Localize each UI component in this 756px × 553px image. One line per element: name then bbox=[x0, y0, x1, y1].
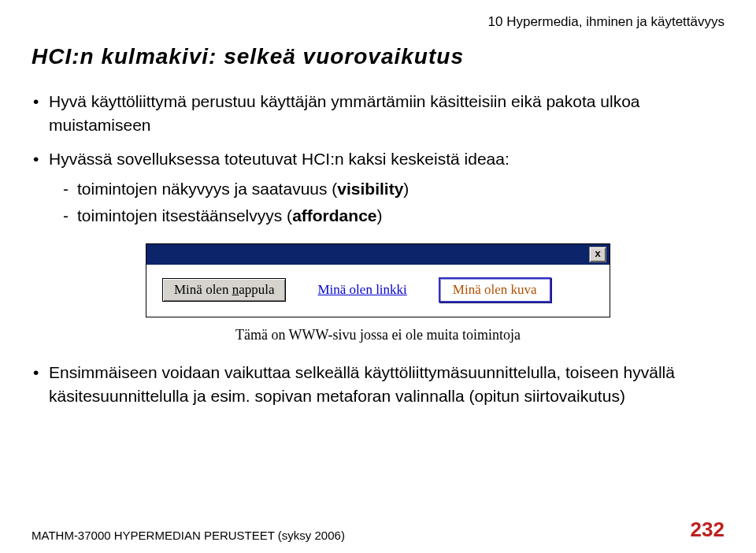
button-underlined-char: n bbox=[232, 282, 239, 297]
close-icon[interactable]: x bbox=[589, 247, 606, 262]
page-footer: MATHM-37000 HYPERMEDIAN PERUSTEET (syksy… bbox=[32, 518, 724, 542]
example-link[interactable]: Minä olen linkki bbox=[317, 282, 406, 298]
sub-after: ) bbox=[403, 180, 409, 198]
example-button[interactable]: Minä olen nappula bbox=[162, 278, 286, 302]
course-code: MATHM-37000 HYPERMEDIAN PERUSTEET (syksy… bbox=[32, 529, 345, 542]
sub-text: toimintojen näkyvyys ja saatavuus ( bbox=[77, 180, 337, 198]
button-suffix: appula bbox=[239, 282, 274, 297]
window-titlebar: x bbox=[146, 244, 610, 265]
sub-bold: affordance bbox=[292, 206, 376, 225]
main-bullet-list-2: Ensimmäiseen voidaan vaikuttaa selkeällä… bbox=[33, 361, 724, 409]
sub-bullet-item: toimintojen näkyvyys ja saatavuus (visib… bbox=[63, 176, 724, 202]
window-caption: Tämä on WWW-sivu jossa ei ole muita toim… bbox=[146, 327, 610, 343]
bullet-item: Ensimmäiseen voidaan vaikuttaa selkeällä… bbox=[33, 361, 724, 409]
page-title: HCI:n kulmakivi: selkeä vuorovaikutus bbox=[32, 44, 724, 69]
main-bullet-list: Hyvä käyttöliittymä perustuu käyttäjän y… bbox=[33, 90, 724, 229]
sub-bullet-item: toimintojen itsestäänselvyys (affordance… bbox=[63, 202, 724, 229]
bullet-item: Hyvässä sovelluksessa toteutuvat HCI:n k… bbox=[33, 147, 724, 229]
window-body: Minä olen nappula Minä olen linkki Minä … bbox=[146, 265, 610, 317]
bullet-text: Hyvässä sovelluksessa toteutuvat HCI:n k… bbox=[49, 150, 510, 168]
page-number: 232 bbox=[691, 518, 724, 542]
example-window-area: x Minä olen nappula Minä olen linkki Min… bbox=[146, 243, 610, 343]
sub-text: toimintojen itsestäänselvyys ( bbox=[77, 206, 292, 225]
chapter-header: 10 Hypermedia, ihminen ja käytettävyys bbox=[32, 14, 724, 30]
bullet-item: Hyvä käyttöliittymä perustuu käyttäjän y… bbox=[33, 90, 724, 138]
sub-bullet-list: toimintojen näkyvyys ja saatavuus (visib… bbox=[63, 176, 724, 228]
example-image: Minä olen kuva bbox=[439, 277, 551, 302]
example-window: x Minä olen nappula Minä olen linkki Min… bbox=[146, 243, 610, 317]
button-prefix: Minä olen bbox=[174, 282, 232, 297]
sub-bold: visibility bbox=[337, 180, 403, 198]
sub-after: ) bbox=[376, 206, 382, 225]
